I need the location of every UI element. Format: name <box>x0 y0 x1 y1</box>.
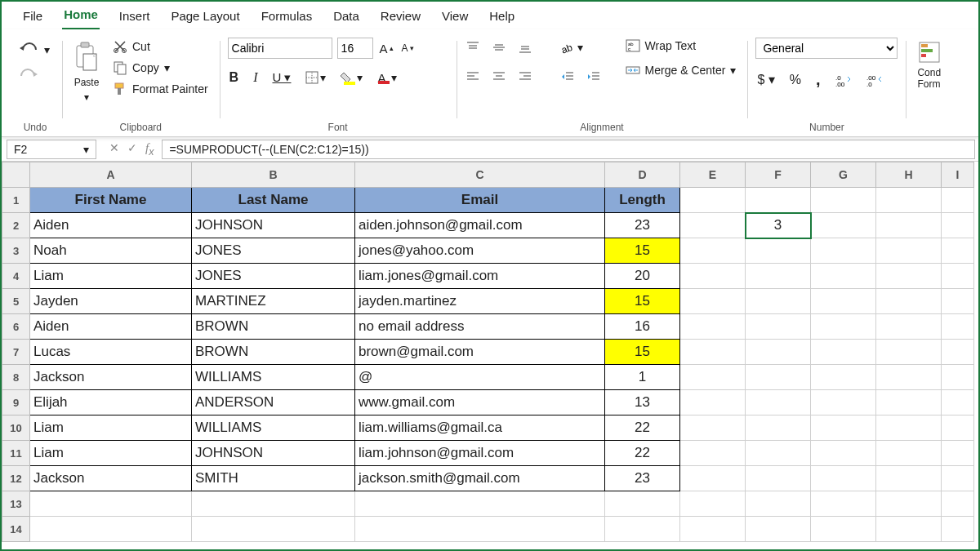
row-header-6[interactable]: 6 <box>2 314 30 340</box>
decrease-font-icon[interactable]: A▾ <box>400 39 416 57</box>
cell-length[interactable]: 15 <box>605 289 680 314</box>
row-header-7[interactable]: 7 <box>2 340 30 365</box>
tab-view[interactable]: View <box>440 4 470 29</box>
cell[interactable] <box>811 517 876 542</box>
fx-icon[interactable]: fx <box>145 141 154 158</box>
borders-button[interactable]: ▾ <box>304 68 327 87</box>
cell[interactable] <box>680 289 746 314</box>
cell[interactable] <box>680 213 746 238</box>
cell[interactable] <box>942 289 974 314</box>
cell[interactable] <box>876 213 942 238</box>
cell[interactable] <box>811 213 876 238</box>
cell-lastname[interactable]: WILLIAMS <box>192 415 355 441</box>
cell[interactable] <box>942 365 974 390</box>
cell[interactable] <box>942 491 974 517</box>
cell[interactable] <box>746 188 811 213</box>
chevron-down-icon[interactable]: ▾ <box>41 41 52 59</box>
wrap-text-button[interactable]: abc Wrap Text <box>622 38 740 54</box>
cell-length[interactable]: 20 <box>605 264 680 289</box>
tab-file[interactable]: File <box>21 4 44 29</box>
decrease-indent-icon[interactable] <box>559 67 576 87</box>
tab-data[interactable]: Data <box>332 4 361 29</box>
cell[interactable] <box>30 491 192 517</box>
cell[interactable] <box>942 390 974 415</box>
cell[interactable] <box>876 314 942 340</box>
font-name-select[interactable] <box>228 38 332 59</box>
cell[interactable] <box>680 340 746 365</box>
cell-length[interactable]: 16 <box>605 314 680 340</box>
cell[interactable] <box>811 415 876 441</box>
cell[interactable] <box>746 517 811 542</box>
increase-decimal-icon[interactable]: .0.00 <box>834 70 853 90</box>
cell[interactable] <box>942 340 974 365</box>
cell-email[interactable]: liam.williams@gmail.ca <box>355 415 605 441</box>
italic-button[interactable]: I <box>252 67 259 88</box>
align-middle-icon[interactable] <box>491 38 507 57</box>
cell-length[interactable]: 15 <box>605 340 680 365</box>
col-header-E[interactable]: E <box>680 162 746 188</box>
cell-firstname[interactable]: Aiden <box>30 213 192 238</box>
cell[interactable] <box>876 238 942 264</box>
col-header-I[interactable]: I <box>942 162 974 188</box>
comma-icon[interactable]: , <box>814 67 822 92</box>
cell[interactable] <box>746 441 811 466</box>
increase-font-icon[interactable]: A▴ <box>378 38 395 59</box>
row-header-2[interactable]: 2 <box>2 213 30 238</box>
bold-button[interactable]: B <box>228 67 241 88</box>
name-box[interactable]: F2▾ <box>7 140 96 159</box>
fill-color-button[interactable]: ▾ <box>339 67 364 88</box>
row-header-4[interactable]: 4 <box>2 264 30 289</box>
cell-firstname[interactable]: Jackson <box>30 365 192 390</box>
cell-email[interactable]: liam.jones@gmail.com <box>355 264 605 289</box>
cell-email[interactable]: brown@gmail.com <box>355 340 605 365</box>
cell[interactable] <box>746 365 811 390</box>
tab-formulas[interactable]: Formulas <box>260 4 314 29</box>
cell[interactable] <box>942 517 974 542</box>
cell[interactable] <box>811 491 876 517</box>
cell-firstname[interactable]: Jayden <box>30 289 192 314</box>
cell-length[interactable]: 1 <box>605 365 680 390</box>
tab-help[interactable]: Help <box>488 4 516 29</box>
cell-firstname[interactable]: Liam <box>30 415 192 441</box>
conditional-formatting-button[interactable]: Cond Form <box>914 38 944 93</box>
col-header-H[interactable]: H <box>876 162 942 188</box>
decrease-decimal-icon[interactable]: .00.0 <box>865 70 884 90</box>
col-header-C[interactable]: C <box>355 162 605 188</box>
cell-lastname[interactable]: JONES <box>192 238 355 264</box>
tab-insert[interactable]: Insert <box>118 4 152 29</box>
cell[interactable] <box>605 491 680 517</box>
cell[interactable] <box>811 365 876 390</box>
orientation-icon[interactable]: ab▾ <box>559 38 585 57</box>
table-header[interactable]: First Name <box>30 188 192 213</box>
cell[interactable] <box>605 517 680 542</box>
cell[interactable] <box>680 314 746 340</box>
cell[interactable] <box>811 340 876 365</box>
cell-lastname[interactable]: ANDERSON <box>192 390 355 415</box>
tab-home[interactable]: Home <box>62 2 100 30</box>
cut-button[interactable]: Cut <box>109 38 212 56</box>
row-header-9[interactable]: 9 <box>2 390 30 415</box>
row-header-5[interactable]: 5 <box>2 289 30 314</box>
font-color-button[interactable]: A ▾ <box>376 68 398 88</box>
cell[interactable] <box>680 238 746 264</box>
row-header-14[interactable]: 14 <box>2 517 30 542</box>
cell[interactable] <box>746 314 811 340</box>
cell-lastname[interactable]: SMITH <box>192 466 355 491</box>
cell[interactable] <box>355 517 605 542</box>
cell-email[interactable]: jones@yahoo.com <box>355 238 605 264</box>
cancel-formula-icon[interactable]: ✕ <box>109 141 119 158</box>
chevron-down-icon[interactable]: ▾ <box>83 143 89 156</box>
cell[interactable] <box>680 415 746 441</box>
cell-length[interactable]: 22 <box>605 441 680 466</box>
cell[interactable] <box>876 390 942 415</box>
col-header-F[interactable]: F <box>746 162 811 188</box>
col-header-A[interactable]: A <box>30 162 192 188</box>
row-header-12[interactable]: 12 <box>2 466 30 491</box>
cell[interactable] <box>746 466 811 491</box>
tab-page-layout[interactable]: Page Layout <box>169 4 241 29</box>
cell[interactable] <box>680 466 746 491</box>
row-header-13[interactable]: 13 <box>2 491 30 517</box>
table-header[interactable]: Email <box>355 188 605 213</box>
cell[interactable] <box>355 491 605 517</box>
cell-email[interactable]: @ <box>355 365 605 390</box>
